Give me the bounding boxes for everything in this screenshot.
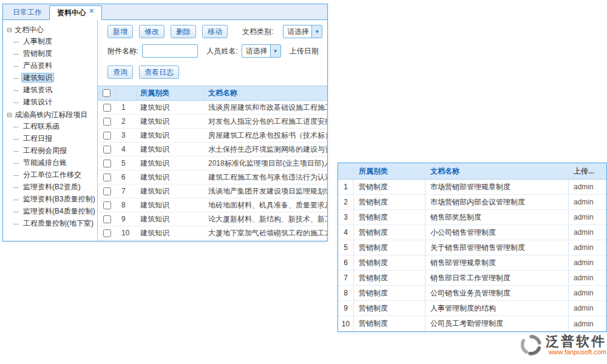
table-row[interactable]: 8建筑知识地砖地面材料、机具准备、质量要求及... [98, 198, 327, 212]
row-uploader: admin [569, 240, 606, 255]
content-panel: 新增 修改 删除 移动 文档类别: 请选择 ▼ 文 附件名称: 人员姓名: 请选… [98, 20, 327, 241]
row-number: 7 [116, 184, 137, 198]
select-all-checkbox[interactable] [103, 89, 110, 97]
collapse-icon[interactable]: ⊟ [7, 27, 12, 33]
tree-item[interactable]: 建筑知识 [7, 72, 97, 84]
tree-item[interactable]: 分工单位工作移交 [7, 169, 97, 181]
tab-daily-work[interactable]: 日常工作 [5, 5, 49, 19]
table-row[interactable]: 9营销制度人事管理制度的结构admin [338, 301, 606, 316]
row-checkbox[interactable] [103, 187, 111, 195]
tab-label: 资料中心 [57, 8, 86, 18]
row-checkbox-cell [98, 184, 116, 198]
row-checkbox[interactable] [103, 229, 111, 237]
row-number: 5 [116, 157, 137, 170]
row-doc-name: 公司销售业务员管理制度 [426, 286, 569, 300]
table-row[interactable]: 1建筑知识浅谈房屋建筑和市政基础设施工程施工... [98, 101, 327, 115]
tree-item[interactable]: 建筑设计 [7, 96, 97, 109]
row-uploader: admin [569, 316, 606, 331]
table-row[interactable]: 6营销制度销售部管理规章制度admin [338, 255, 606, 271]
toolbar-filters: 附件名称: 人员姓名: 请选择 ▼ 上传日期 [107, 44, 327, 58]
row-checkbox[interactable] [103, 146, 111, 153]
row-doc-name: 人事管理制度的结构 [426, 301, 569, 315]
row-category: 建筑知识 [137, 184, 205, 198]
move-button[interactable]: 移动 [202, 25, 228, 38]
tree-item[interactable]: 人事制度 [7, 36, 97, 48]
row-number: 2 [338, 195, 354, 209]
tree-item[interactable]: 节能减排台账 [7, 157, 97, 169]
row-checkbox[interactable] [103, 118, 111, 126]
close-icon[interactable]: × [89, 7, 94, 15]
row-doc-name: 关于销售部管理销售管理制度 [426, 240, 569, 255]
row-uploader: admin [569, 271, 606, 285]
row-checkbox-cell [98, 198, 116, 212]
attachment-name-input[interactable] [142, 44, 198, 58]
table-row[interactable]: 7建筑知识浅谈地产集团开发建设项目监理规划编... [98, 184, 327, 198]
tree-item[interactable]: 工程例会周报 [7, 145, 97, 157]
table-row[interactable]: 8营销制度公司销售业务员管理制度admin [338, 286, 606, 301]
number-column-header [116, 86, 137, 100]
row-number: 7 [338, 271, 354, 285]
table-row[interactable]: 5营销制度关于销售部管理销售管理制度admin [338, 240, 606, 255]
tree-group[interactable]: ⊟成渝高铁内江标段项目 [7, 109, 97, 121]
market-table-header: 所属别类 文档名称 上传... [338, 163, 606, 180]
row-doc-name: 小公司销售管理制度 [426, 225, 569, 240]
table-row[interactable]: 5建筑知识2018标准化监理项目部(业主项目部)人员... [98, 157, 327, 170]
row-uploader: admin [569, 180, 606, 194]
add-button[interactable]: 新增 [107, 25, 133, 38]
row-checkbox[interactable] [103, 215, 111, 223]
row-number: 4 [116, 143, 137, 156]
tree-item[interactable]: 建筑资讯 [7, 84, 97, 96]
row-checkbox-cell [98, 157, 116, 170]
tree-item[interactable]: 产品资料 [7, 60, 97, 72]
delete-button[interactable]: 删除 [171, 25, 196, 38]
row-checkbox[interactable] [103, 201, 111, 209]
table-row[interactable]: 2建筑知识对发包人指定分包的工程施工进度安排... [98, 115, 327, 129]
tree-item[interactable]: 监理资料(B2资质) [7, 181, 97, 194]
row-category: 营销制度 [354, 240, 426, 255]
chevron-down-icon[interactable]: ▼ [311, 25, 322, 38]
table-row[interactable]: 6建筑知识建筑工程施工发包与承包违法行为认定... [98, 170, 327, 184]
name-column-header: 文档名称 [426, 163, 569, 179]
tree-item[interactable]: 工程联系函 [7, 121, 97, 133]
table-row[interactable]: 10建筑知识大厦地下室加气砼墙砌筑工程的施工方... [98, 226, 327, 240]
doc-table-body: 1建筑知识浅谈房屋建筑和市政基础设施工程施工...2建筑知识对发包人指定分包的工… [98, 101, 327, 240]
row-checkbox[interactable] [103, 174, 111, 181]
tree-item-label: 工程日报 [21, 133, 54, 143]
row-category: 建筑知识 [137, 226, 205, 240]
tree-item[interactable]: 工程质量控制(地下室) [7, 218, 97, 230]
table-row[interactable]: 3建筑知识房屋建筑工程总承包投标书（技术标）... [98, 129, 327, 143]
row-doc-name: 大厦地下室加气砼墙砌筑工程的施工方... [205, 226, 327, 240]
table-row[interactable]: 9建筑知识论大厦新材料、新结构、新技术、新工... [98, 212, 327, 226]
tree-item[interactable]: 监理资料(B4质量控制) [7, 206, 97, 218]
tab-data-center[interactable]: 资料中心 × [49, 5, 102, 20]
row-number: 5 [338, 240, 354, 255]
modify-button[interactable]: 修改 [139, 25, 164, 38]
row-checkbox[interactable] [103, 132, 111, 140]
view-log-button[interactable]: 查看日志 [139, 66, 179, 79]
tab-label: 日常工作 [13, 7, 42, 18]
row-uploader: admin [569, 301, 606, 315]
table-row[interactable]: 4营销制度小公司销售管理制度admin [338, 225, 606, 240]
row-category: 营销制度 [354, 195, 426, 209]
tree-item[interactable]: 工程日报 [7, 133, 97, 145]
table-row[interactable]: 10营销制度公司员工考勤管理制度admin [338, 316, 606, 331]
market-table-body: 1营销制度市场营销部管理规章制度admin2营销制度市场营销部内部会议管理制度a… [338, 180, 606, 331]
table-row[interactable]: 7营销制度销售部日常工作管理制度admin [338, 271, 606, 286]
tree-item[interactable]: 营销制度 [7, 48, 97, 60]
table-row[interactable]: 1营销制度市场营销部管理规章制度admin [338, 180, 606, 195]
query-button[interactable]: 查询 [107, 66, 133, 79]
row-checkbox[interactable] [103, 160, 111, 167]
table-row[interactable]: 4建筑知识水土保持生态环境监测网络的建设与资... [98, 143, 327, 157]
person-name-select[interactable]: 请选择 ▼ [242, 44, 281, 58]
chevron-down-icon[interactable]: ▼ [270, 45, 280, 57]
tree-item[interactable]: 监理资料(B3质量控制) [7, 194, 97, 206]
collapse-icon[interactable]: ⊟ [7, 112, 12, 118]
select-value: 请选择 [242, 45, 270, 57]
tree-group[interactable]: ⊟文档中心 [7, 24, 97, 36]
row-checkbox[interactable] [103, 104, 111, 112]
tree-item-label: 工程例会周报 [21, 146, 69, 155]
row-checkbox-cell [98, 212, 116, 226]
table-row[interactable]: 3营销制度销售部奖惩制度admin [338, 210, 606, 225]
doc-category-select[interactable]: 请选择 ▼ [283, 25, 322, 38]
table-row[interactable]: 2营销制度市场营销部内部会议管理制度admin [338, 195, 606, 210]
